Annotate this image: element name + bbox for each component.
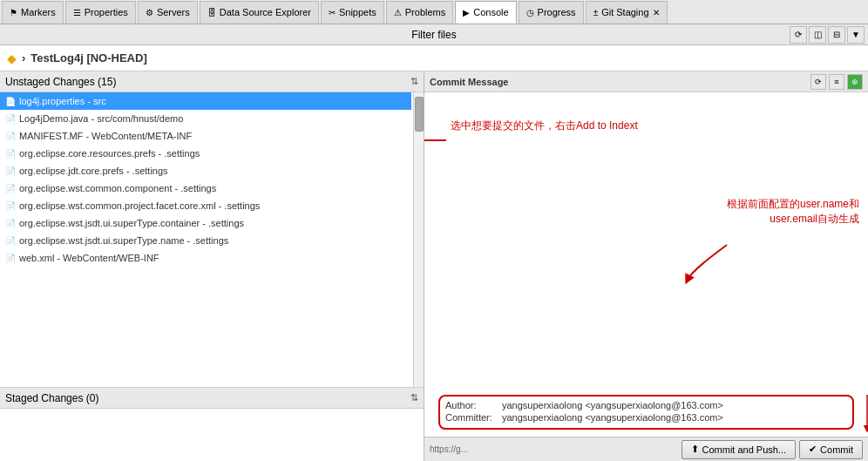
commit-message-header: Commit Message ⟳ ≡ ⊕ [424,71,868,92]
scrollbar[interactable] [413,92,424,387]
commit-label: Commit [820,444,853,455]
file-icon: 📄 [5,254,16,263]
tab-console-label: Console [473,7,508,17]
commit-icon-3[interactable]: ⊕ [847,74,863,90]
progress-icon: ◷ [526,8,534,17]
author-row: Author: yangsuperxiaolong <yangsuperxiao… [445,400,847,410]
commit-push-icon: ⬆ [691,444,699,455]
file-icon: 📄 [5,184,16,193]
commit-icon-1[interactable]: ⟳ [810,74,826,90]
commit-and-push-button[interactable]: ⬆ Commit and Push... [682,440,797,459]
tab-gitstaging-label: Git Staging [601,7,648,17]
author-label: Author: [445,400,502,410]
tab-progress-label: Progress [538,7,576,17]
tab-servers-label: Servers [157,7,190,17]
tab-datasource[interactable]: 🗄 Data Source Explorer [200,1,319,24]
tab-snippets[interactable]: ✂ Snippets [321,1,384,24]
scrollbar-thumb[interactable] [415,97,424,132]
author-section-box: Author: yangsuperxiaolong <yangsuperxiao… [438,395,854,430]
markers-icon: ⚑ [10,8,17,17]
list-item[interactable]: 📄 MANIFEST.MF - WebContent/META-INF [0,127,411,145]
problems-icon: ⚠ [394,8,402,17]
committer-label: Committer: [445,412,502,423]
unstaged-file-list-container: 📄 log4j.properties - src 📄 Log4jDemo.jav… [0,92,424,387]
file-name: org.eclipse.wst.jsdt.ui.superType.name -… [19,235,228,246]
author-value: yangsuperxiaolong <yangsuperxiaolong@163… [502,400,723,410]
commit-and-push-label: Commit and Push... [702,444,787,455]
tab-problems-label: Problems [405,7,445,17]
filter-icon-4[interactable]: ▼ [847,26,865,44]
list-item[interactable]: 📄 org.eclipse.wst.jsdt.ui.superType.cont… [0,214,411,232]
file-icon: 📄 [5,236,16,246]
file-name: org.eclipse.jdt.core.prefs - .settings [19,166,168,176]
file-name: MANIFEST.MF - WebContent/META-INF [19,131,192,141]
list-item[interactable]: 📄 org.eclipse.jdt.core.prefs - .settings [0,162,411,180]
commit-icon-2[interactable]: ≡ [829,74,844,90]
tab-datasource-label: Data Source Explorer [220,7,311,17]
tab-markers[interactable]: ⚑ Markers [2,1,64,24]
list-item[interactable]: 📄 org.eclipse.wst.common.component - .se… [0,180,411,197]
servers-icon: ⚙ [146,8,153,17]
title-row: ◆ › TestLog4j [NO-HEAD] [0,45,868,71]
list-item[interactable]: 📄 Log4jDemo.java - src/com/hnust/demo [0,110,411,127]
list-item[interactable]: 📄 org.eclipse.core.resources.prefs - .se… [0,145,411,162]
filter-icon-1[interactable]: ⟳ [790,26,807,44]
project-icon: ◆ [7,51,17,65]
filter-icons: ⟳ ◫ ⊟ ▼ [790,26,865,44]
bottom-bar: https://g... ⬆ Commit and Push... ✔ Comm… [424,437,868,461]
list-item[interactable]: 📄 org.eclipse.wst.jsdt.ui.superType.name… [0,232,411,249]
file-name: Log4jDemo.java - src/com/hnust/demo [19,113,183,124]
file-icon: 📄 [5,201,16,211]
commit-message-textarea[interactable] [424,92,868,388]
tab-markers-label: Markers [21,7,56,17]
list-item[interactable]: 📄 org.eclipse.wst.common.project.facet.c… [0,197,411,214]
filter-icon-2[interactable]: ◫ [809,26,826,44]
gitstaging-icon: ± [593,8,599,17]
tab-properties-label: Properties [85,7,128,17]
filter-bar: Filter files ⟳ ◫ ⊟ ▼ [0,24,868,45]
tab-console[interactable]: ▶ Console [455,1,516,24]
file-name: org.eclipse.wst.jsdt.ui.superType.contai… [19,218,244,228]
commit-message-area[interactable]: 选中想要提交的文件，右击Add to Indext 根据前面配置的user.na… [424,92,868,388]
tab-problems[interactable]: ⚠ Problems [386,1,453,24]
right-panel: Commit Message ⟳ ≡ ⊕ 选中想要提交的文件，右击Add to … [424,71,868,461]
left-panel: Unstaged Changes (15) ⇅ 📄 log4j.properti… [0,71,424,461]
close-gitstaging-icon[interactable]: ✕ [653,8,660,17]
file-icon: 📄 [5,114,16,124]
main-content: Unstaged Changes (15) ⇅ 📄 log4j.properti… [0,71,868,461]
staged-section: Staged Changes (0) ⇅ [0,387,424,461]
unstaged-title: Unstaged Changes (15) [5,76,116,88]
tab-snippets-label: Snippets [339,7,376,17]
filter-label: Filter files [411,29,456,41]
file-name: log4j.properties - src [19,96,106,106]
file-name: org.eclipse.wst.common.component - .sett… [19,183,216,193]
file-icon: 📄 [5,219,16,228]
list-item[interactable]: 📄 web.xml - WebContent/WEB-INF [0,249,411,267]
tab-properties[interactable]: ☰ Properties [65,1,136,24]
unstaged-file-list: 📄 log4j.properties - src 📄 Log4jDemo.jav… [0,92,424,387]
unstaged-section-header: Unstaged Changes (15) ⇅ [0,71,424,92]
file-icon: 📄 [5,132,16,141]
list-item[interactable]: 📄 log4j.properties - src [0,92,411,110]
commit-side-annotation: 提交 [863,391,868,433]
unstaged-sort-icon[interactable]: ⇅ [410,76,418,87]
console-icon: ▶ [463,8,470,17]
file-name: org.eclipse.wst.common.project.facet.cor… [19,200,260,211]
staged-file-list [0,409,424,461]
filter-icon-3[interactable]: ⊟ [828,26,845,44]
commit-button[interactable]: ✔ Commit [799,440,863,459]
staged-title: Staged Changes (0) [5,392,98,404]
committer-value: yangsuperxiaolong <yangsuperxiaolong@163… [502,412,723,423]
author-committer-section: Author: yangsuperxiaolong <yangsuperxiao… [431,391,861,433]
tab-gitstaging[interactable]: ± Git Staging ✕ [586,1,668,24]
project-title: TestLog4j [NO-HEAD] [31,51,146,64]
file-name: web.xml - WebContent/WEB-INF [19,253,159,263]
datasource-icon: 🗄 [207,8,216,17]
file-icon: 📄 [5,97,16,106]
staged-sort-icon[interactable]: ⇅ [410,392,418,403]
bottom-buttons: ⬆ Commit and Push... ✔ Commit [682,440,863,459]
tab-servers[interactable]: ⚙ Servers [138,1,198,24]
committer-row: Committer: yangsuperxiaolong <yangsuperx… [445,412,847,423]
tab-bar: ⚑ Markers ☰ Properties ⚙ Servers 🗄 Data … [0,0,868,24]
tab-progress[interactable]: ◷ Progress [519,1,584,24]
